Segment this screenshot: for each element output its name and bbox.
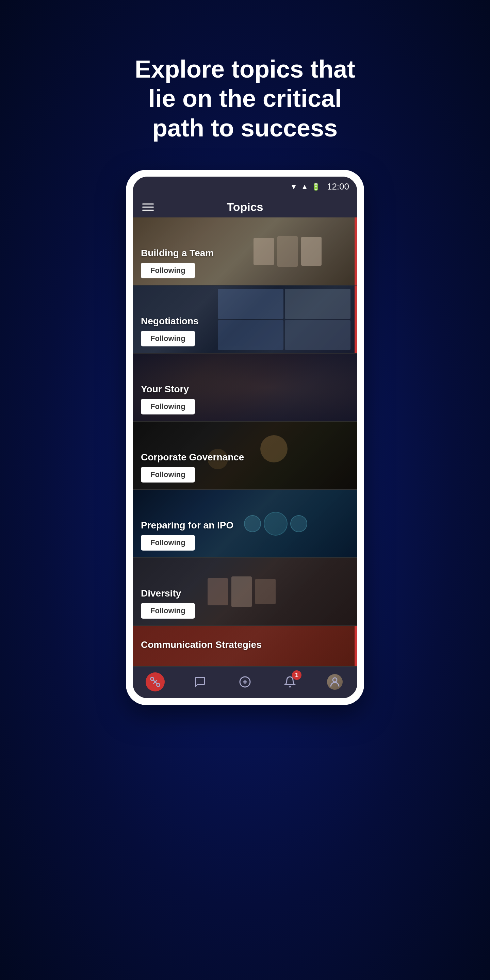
topic-title-building-a-team: Building a Team [141, 248, 349, 259]
following-button-your-story[interactable]: Following [141, 399, 195, 414]
following-button-diversity[interactable]: Following [141, 603, 195, 619]
hamburger-menu-button[interactable] [142, 204, 154, 211]
topic-title-negotiations: Negotiations [141, 316, 349, 327]
app-bar: Topics [133, 197, 357, 218]
notification-badge: 1 [292, 670, 301, 680]
nav-item-notification[interactable]: 1 [280, 672, 299, 692]
topic-title-corporate-governance: Corporate Governance [141, 452, 349, 463]
svg-point-0 [151, 678, 154, 681]
following-button-building-a-team[interactable]: Following [141, 263, 195, 278]
topic-title-your-story: Your Story [141, 384, 349, 395]
nav-item-add[interactable] [235, 672, 255, 692]
topic-content-corporate-governance: Corporate Governance Following [133, 445, 357, 489]
topic-title-preparing-ipo: Preparing for an IPO [141, 520, 349, 531]
status-bar: ▼ ▲ 🔋 12:00 [133, 177, 357, 197]
topic-content-communication: Communication Strategies [133, 633, 357, 661]
topic-card-building-a-team[interactable]: Building a Team Following [133, 218, 357, 285]
topic-card-negotiations[interactable]: Negotiations Following [133, 285, 357, 353]
svg-point-1 [157, 684, 160, 687]
topic-content-negotiations: Negotiations Following [133, 309, 357, 353]
topic-content-building-a-team: Building a Team Following [133, 241, 357, 285]
topics-list: Building a Team Following Negotiations F… [133, 218, 357, 667]
bottom-nav: 1 [133, 667, 357, 698]
topic-content-your-story: Your Story Following [133, 377, 357, 421]
signal-icon: ▲ [301, 182, 308, 191]
topic-card-corporate-governance[interactable]: Corporate Governance Following [133, 422, 357, 490]
wifi-icon: ▼ [290, 182, 298, 191]
compass-svg [149, 676, 161, 688]
svg-point-7 [333, 678, 337, 682]
topic-content-preparing-ipo: Preparing for an IPO Following [133, 513, 357, 557]
compass-icon [146, 672, 165, 692]
profile-icon [325, 672, 344, 692]
following-button-negotiations[interactable]: Following [141, 331, 195, 347]
nav-item-explore[interactable] [146, 672, 165, 692]
topic-card-your-story[interactable]: Your Story Following [133, 353, 357, 422]
time-display: 12:00 [327, 181, 349, 192]
chat-icon [191, 672, 210, 692]
add-svg [239, 676, 251, 688]
topic-card-diversity[interactable]: Diversity Following [133, 558, 357, 626]
status-icons: ▼ ▲ 🔋 [290, 182, 320, 191]
app-bar-title: Topics [227, 200, 263, 214]
topic-card-communication[interactable]: Communication Strategies [133, 626, 357, 667]
following-button-preparing-ipo[interactable]: Following [141, 535, 195, 550]
nav-item-profile[interactable] [325, 672, 344, 692]
following-button-corporate-governance[interactable]: Following [141, 467, 195, 482]
profile-avatar-svg [329, 676, 341, 688]
topic-title-communication: Communication Strategies [141, 640, 349, 650]
topic-content-diversity: Diversity Following [133, 581, 357, 625]
hero-text: Explore topics that lie on the critical … [126, 54, 364, 143]
topic-title-diversity: Diversity [141, 588, 349, 599]
nav-item-chat[interactable] [191, 672, 210, 692]
add-icon [235, 672, 255, 692]
phone-screen: ▼ ▲ 🔋 12:00 Topics [133, 177, 357, 698]
battery-icon: 🔋 [312, 183, 320, 191]
phone-frame: ▼ ▲ 🔋 12:00 Topics [126, 170, 364, 705]
chat-svg [194, 676, 206, 688]
topic-card-preparing-ipo[interactable]: Preparing for an IPO Following [133, 490, 357, 558]
notification-icon: 1 [280, 672, 299, 692]
